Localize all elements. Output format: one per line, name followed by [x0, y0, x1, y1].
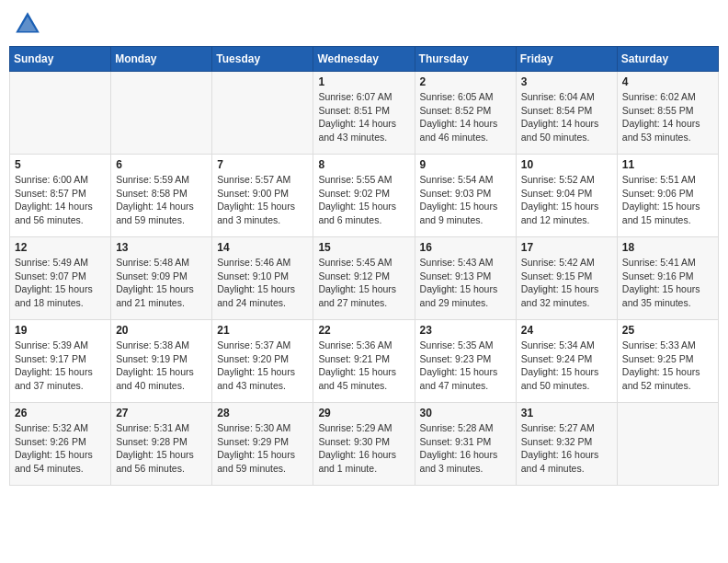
calendar-cell: 27Sunrise: 5:31 AMSunset: 9:28 PMDayligh…: [111, 403, 212, 486]
calendar-week-row: 1Sunrise: 6:07 AMSunset: 8:51 PMDaylight…: [10, 72, 719, 155]
calendar-cell: 2Sunrise: 6:05 AMSunset: 8:52 PMDaylight…: [415, 72, 516, 155]
calendar-week-row: 5Sunrise: 6:00 AMSunset: 8:57 PMDaylight…: [10, 155, 719, 237]
calendar-cell: 9Sunrise: 5:54 AMSunset: 9:03 PMDaylight…: [415, 155, 516, 237]
day-info: Sunrise: 5:59 AMSunset: 8:58 PMDaylight:…: [116, 173, 207, 227]
day-number: 17: [521, 241, 612, 254]
day-info: Sunrise: 6:07 AMSunset: 8:51 PMDaylight:…: [318, 90, 409, 144]
calendar-cell: 28Sunrise: 5:30 AMSunset: 9:29 PMDayligh…: [212, 403, 313, 486]
calendar-cell: 16Sunrise: 5:43 AMSunset: 9:13 PMDayligh…: [415, 237, 516, 320]
day-info: Sunrise: 5:31 AMSunset: 9:28 PMDaylight:…: [116, 421, 207, 476]
day-number: 18: [622, 241, 713, 254]
day-info: Sunrise: 5:33 AMSunset: 9:25 PMDaylight:…: [622, 339, 713, 393]
calendar-cell: 13Sunrise: 5:48 AMSunset: 9:09 PMDayligh…: [111, 237, 212, 320]
day-info: Sunrise: 5:27 AMSunset: 9:32 PMDaylight:…: [521, 421, 612, 476]
day-info: Sunrise: 5:37 AMSunset: 9:20 PMDaylight:…: [217, 339, 308, 393]
day-number: 27: [116, 407, 207, 419]
calendar-cell: 17Sunrise: 5:42 AMSunset: 9:15 PMDayligh…: [516, 237, 617, 320]
day-number: 8: [318, 158, 409, 171]
day-info: Sunrise: 5:45 AMSunset: 9:12 PMDaylight:…: [318, 256, 409, 310]
day-number: 25: [622, 324, 713, 337]
day-info: Sunrise: 5:35 AMSunset: 9:23 PMDaylight:…: [420, 339, 511, 393]
day-info: Sunrise: 5:41 AMSunset: 9:16 PMDaylight:…: [622, 256, 713, 310]
day-number: 24: [521, 324, 612, 337]
day-number: 26: [15, 407, 106, 419]
day-of-week-header: Wednesday: [313, 47, 415, 72]
calendar-table: SundayMondayTuesdayWednesdayThursdayFrid…: [9, 46, 719, 486]
day-info: Sunrise: 5:49 AMSunset: 9:07 PMDaylight:…: [15, 256, 106, 310]
page-header: [9, 9, 719, 39]
day-of-week-header: Friday: [516, 47, 617, 72]
logo-icon: [13, 9, 42, 39]
calendar-cell: 21Sunrise: 5:37 AMSunset: 9:20 PMDayligh…: [212, 320, 313, 403]
calendar-cell: 7Sunrise: 5:57 AMSunset: 9:00 PMDaylight…: [212, 155, 313, 237]
day-info: Sunrise: 5:29 AMSunset: 9:30 PMDaylight:…: [318, 421, 409, 476]
calendar-cell: 31Sunrise: 5:27 AMSunset: 9:32 PMDayligh…: [516, 403, 617, 486]
day-number: 2: [420, 75, 511, 88]
calendar-cell: 12Sunrise: 5:49 AMSunset: 9:07 PMDayligh…: [10, 237, 111, 320]
day-of-week-header: Thursday: [415, 47, 516, 72]
day-of-week-header: Tuesday: [212, 47, 313, 72]
calendar-cell: 25Sunrise: 5:33 AMSunset: 9:25 PMDayligh…: [617, 320, 718, 403]
day-number: 31: [521, 407, 612, 419]
day-info: Sunrise: 6:02 AMSunset: 8:55 PMDaylight:…: [622, 90, 713, 144]
day-number: 7: [217, 158, 308, 171]
day-of-week-header: Sunday: [10, 47, 111, 72]
day-info: Sunrise: 5:38 AMSunset: 9:19 PMDaylight:…: [116, 339, 207, 393]
calendar-cell: 4Sunrise: 6:02 AMSunset: 8:55 PMDaylight…: [617, 72, 718, 155]
calendar-cell: 6Sunrise: 5:59 AMSunset: 8:58 PMDaylight…: [111, 155, 212, 237]
day-info: Sunrise: 5:46 AMSunset: 9:10 PMDaylight:…: [217, 256, 308, 310]
calendar-cell: 23Sunrise: 5:35 AMSunset: 9:23 PMDayligh…: [415, 320, 516, 403]
day-info: Sunrise: 5:43 AMSunset: 9:13 PMDaylight:…: [420, 256, 511, 310]
day-number: 3: [521, 75, 612, 88]
day-number: 28: [217, 407, 308, 419]
calendar-cell: 11Sunrise: 5:51 AMSunset: 9:06 PMDayligh…: [617, 155, 718, 237]
calendar-cell: 5Sunrise: 6:00 AMSunset: 8:57 PMDaylight…: [10, 155, 111, 237]
day-info: Sunrise: 5:55 AMSunset: 9:02 PMDaylight:…: [318, 173, 409, 227]
day-info: Sunrise: 5:52 AMSunset: 9:04 PMDaylight:…: [521, 173, 612, 227]
calendar-week-row: 12Sunrise: 5:49 AMSunset: 9:07 PMDayligh…: [10, 237, 719, 320]
calendar-cell: 8Sunrise: 5:55 AMSunset: 9:02 PMDaylight…: [313, 155, 415, 237]
day-number: 10: [521, 158, 612, 171]
day-info: Sunrise: 6:05 AMSunset: 8:52 PMDaylight:…: [420, 90, 511, 144]
day-info: Sunrise: 5:30 AMSunset: 9:29 PMDaylight:…: [217, 421, 308, 476]
calendar-cell: 3Sunrise: 6:04 AMSunset: 8:54 PMDaylight…: [516, 72, 617, 155]
day-info: Sunrise: 5:57 AMSunset: 9:00 PMDaylight:…: [217, 173, 308, 227]
calendar-cell: 19Sunrise: 5:39 AMSunset: 9:17 PMDayligh…: [10, 320, 111, 403]
day-number: 9: [420, 158, 511, 171]
day-info: Sunrise: 5:54 AMSunset: 9:03 PMDaylight:…: [420, 173, 511, 227]
calendar-cell: 22Sunrise: 5:36 AMSunset: 9:21 PMDayligh…: [313, 320, 415, 403]
calendar-cell: 24Sunrise: 5:34 AMSunset: 9:24 PMDayligh…: [516, 320, 617, 403]
calendar-cell: 1Sunrise: 6:07 AMSunset: 8:51 PMDaylight…: [313, 72, 415, 155]
day-info: Sunrise: 5:51 AMSunset: 9:06 PMDaylight:…: [622, 173, 713, 227]
day-number: 22: [318, 324, 409, 337]
calendar-cell: 18Sunrise: 5:41 AMSunset: 9:16 PMDayligh…: [617, 237, 718, 320]
calendar-week-row: 26Sunrise: 5:32 AMSunset: 9:26 PMDayligh…: [10, 403, 719, 486]
day-info: Sunrise: 5:48 AMSunset: 9:09 PMDaylight:…: [116, 256, 207, 310]
day-info: Sunrise: 5:42 AMSunset: 9:15 PMDaylight:…: [521, 256, 612, 310]
day-of-week-header: Monday: [111, 47, 212, 72]
calendar-cell: 29Sunrise: 5:29 AMSunset: 9:30 PMDayligh…: [313, 403, 415, 486]
day-number: 21: [217, 324, 308, 337]
logo: [13, 9, 46, 39]
calendar-cell: 10Sunrise: 5:52 AMSunset: 9:04 PMDayligh…: [516, 155, 617, 237]
day-info: Sunrise: 5:34 AMSunset: 9:24 PMDaylight:…: [521, 339, 612, 393]
day-of-week-header: Saturday: [617, 47, 718, 72]
day-number: 6: [116, 158, 207, 171]
day-number: 16: [420, 241, 511, 254]
day-info: Sunrise: 5:28 AMSunset: 9:31 PMDaylight:…: [420, 421, 511, 476]
day-number: 23: [420, 324, 511, 337]
day-number: 19: [15, 324, 106, 337]
day-info: Sunrise: 6:00 AMSunset: 8:57 PMDaylight:…: [15, 173, 106, 227]
day-info: Sunrise: 5:36 AMSunset: 9:21 PMDaylight:…: [318, 339, 409, 393]
calendar-cell: 30Sunrise: 5:28 AMSunset: 9:31 PMDayligh…: [415, 403, 516, 486]
calendar-cell: [212, 72, 313, 155]
calendar-cell: [617, 403, 718, 486]
day-number: 20: [116, 324, 207, 337]
calendar-cell: 20Sunrise: 5:38 AMSunset: 9:19 PMDayligh…: [111, 320, 212, 403]
day-number: 13: [116, 241, 207, 254]
calendar-header-row: SundayMondayTuesdayWednesdayThursdayFrid…: [10, 47, 719, 72]
calendar-week-row: 19Sunrise: 5:39 AMSunset: 9:17 PMDayligh…: [10, 320, 719, 403]
day-number: 11: [622, 158, 713, 171]
day-info: Sunrise: 6:04 AMSunset: 8:54 PMDaylight:…: [521, 90, 612, 144]
day-number: 29: [318, 407, 409, 419]
